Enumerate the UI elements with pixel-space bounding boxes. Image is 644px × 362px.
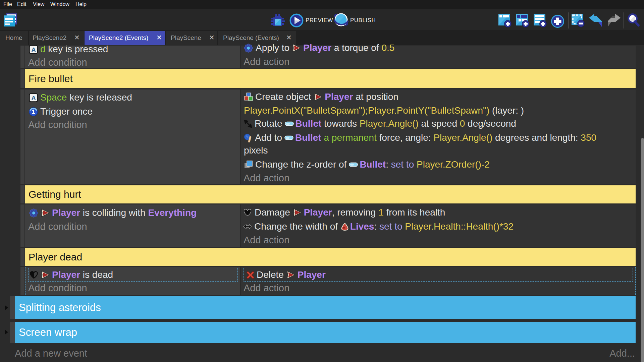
svg-text:A: A xyxy=(31,46,36,53)
svg-text:A: A xyxy=(31,94,36,101)
svg-text:1: 1 xyxy=(32,109,35,115)
